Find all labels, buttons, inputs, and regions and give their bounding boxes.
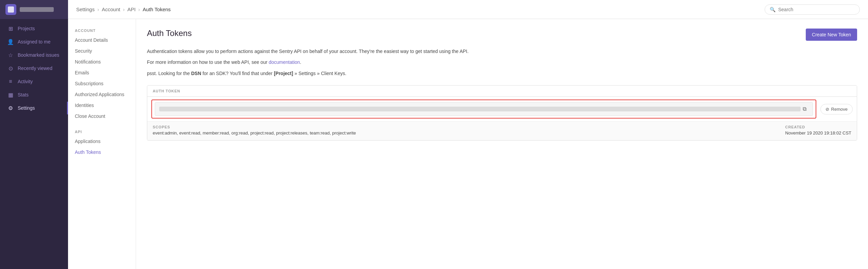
nav-auth-tokens[interactable]: Auth Tokens: [68, 147, 136, 158]
remove-label: Remove: [831, 107, 848, 112]
stats-icon: ▦: [7, 92, 14, 98]
description-1: Authentication tokens allow you to perfo…: [147, 48, 857, 55]
sidebar-item-label: Assigned to me: [18, 39, 51, 44]
documentation-link[interactable]: documentation: [269, 59, 300, 65]
nav-account-details[interactable]: Account Details: [68, 35, 136, 46]
settings-nav: ACCOUNT Account Details Security Notific…: [68, 19, 136, 269]
dsn-text: DSN: [191, 71, 201, 76]
token-row: ⧉: [151, 100, 816, 119]
nav-notifications[interactable]: Notifications: [68, 56, 136, 67]
user-icon: 👤: [7, 39, 14, 45]
created-col: CREATED November 19 2020 19:18:02 CST: [785, 125, 851, 136]
token-value-container: ⧉: [155, 102, 813, 116]
scopes-col: SCOPES event:admin, event:read, member:r…: [153, 125, 356, 136]
breadcrumb-sep-3: ›: [138, 6, 140, 12]
breadcrumb-current: Auth Tokens: [143, 6, 171, 12]
content-area: ACCOUNT Account Details Security Notific…: [68, 19, 868, 269]
desc3-prefix: psst. Looking for the: [147, 71, 191, 76]
created-value: November 19 2020 19:18:02 CST: [785, 130, 851, 136]
token-meta: SCOPES event:admin, event:read, member:r…: [147, 121, 857, 140]
sidebar-item-stats[interactable]: ▦ Stats: [2, 88, 66, 101]
nav-close-account[interactable]: Close Account: [68, 111, 136, 122]
search-input[interactable]: [778, 7, 855, 12]
breadcrumb-sep-2: ›: [123, 6, 124, 12]
project-text: [Project]: [274, 71, 293, 76]
settings-icon: ⚙: [7, 105, 14, 111]
breadcrumb-api[interactable]: API: [127, 6, 135, 12]
sidebar-item-bookmarked[interactable]: ☆ Bookmarked issues: [2, 49, 66, 61]
sidebar-nav: ⊞ Projects 👤 Assigned to me ☆ Bookmarked…: [0, 19, 68, 269]
topbar: Settings › Account › API › Auth Tokens 🔍: [68, 0, 868, 19]
sidebar-item-label: Recently viewed: [18, 66, 52, 71]
nav-authorized-apps[interactable]: Authorized Applications: [68, 89, 136, 100]
description-3: psst. Looking for the DSN for an SDK? Yo…: [147, 70, 857, 77]
desc2-prefix: For more information on how to use the w…: [147, 59, 269, 65]
org-name: [20, 7, 54, 12]
sidebar-logo: [0, 0, 68, 19]
nav-security[interactable]: Security: [68, 46, 136, 56]
account-section-title: ACCOUNT: [68, 26, 136, 35]
page-content: Auth Tokens Create New Token Authenticat…: [136, 19, 868, 269]
auth-token-header: AUTH TOKEN: [147, 86, 857, 97]
breadcrumb-account[interactable]: Account: [102, 6, 120, 12]
sidebar-item-assigned[interactable]: 👤 Assigned to me: [2, 35, 66, 48]
nav-applications[interactable]: Applications: [68, 136, 136, 147]
scopes-label: SCOPES: [153, 125, 356, 129]
create-new-token-button[interactable]: Create New Token: [806, 29, 857, 41]
activity-icon: ≡: [7, 78, 14, 85]
sidebar-item-projects[interactable]: ⊞ Projects: [2, 22, 66, 35]
remove-token-button[interactable]: ⊘ Remove: [820, 104, 853, 114]
sidebar-item-label: Settings: [18, 105, 35, 111]
sidebar: ⊞ Projects 👤 Assigned to me ☆ Bookmarked…: [0, 0, 68, 269]
sidebar-item-label: Bookmarked issues: [18, 52, 59, 58]
page-title: Auth Tokens: [147, 29, 192, 38]
logo-icon: [5, 4, 16, 15]
search-box[interactable]: 🔍: [765, 4, 860, 15]
sidebar-item-label: Activity: [18, 79, 33, 84]
main: Settings › Account › API › Auth Tokens 🔍…: [68, 0, 868, 269]
token-redacted-value: [159, 107, 801, 111]
token-row-container: ⧉ ⊘ Remove: [147, 97, 857, 121]
search-icon: 🔍: [770, 7, 775, 12]
desc3-suffix: » Settings » Client Keys.: [293, 71, 346, 76]
page-header: Auth Tokens Create New Token: [147, 29, 857, 41]
remove-icon: ⊘: [825, 107, 829, 112]
nav-emails[interactable]: Emails: [68, 67, 136, 78]
breadcrumb-sep-1: ›: [97, 6, 99, 12]
desc3-middle: for an SDK? You'll find that under: [201, 71, 274, 76]
clock-icon: ⊙: [7, 65, 14, 71]
nav-subscriptions[interactable]: Subscriptions: [68, 78, 136, 89]
sidebar-item-settings[interactable]: ⚙ Settings: [2, 102, 66, 114]
sidebar-item-recently-viewed[interactable]: ⊙ Recently viewed: [2, 62, 66, 75]
breadcrumb: Settings › Account › API › Auth Tokens: [76, 6, 171, 12]
breadcrumb-settings[interactable]: Settings: [76, 6, 95, 12]
created-label: CREATED: [785, 125, 851, 129]
description-2: For more information on how to use the w…: [147, 58, 857, 66]
copy-icon: ⧉: [803, 106, 806, 112]
projects-icon: ⊞: [7, 25, 14, 32]
bookmark-icon: ☆: [7, 52, 14, 58]
sidebar-item-label: Stats: [18, 92, 29, 97]
desc2-suffix: .: [300, 59, 301, 65]
copy-token-button[interactable]: ⧉: [801, 105, 808, 113]
sidebar-item-label: Projects: [18, 26, 35, 31]
nav-identities[interactable]: Identities: [68, 100, 136, 111]
api-section-title: API: [68, 127, 136, 136]
token-table: AUTH TOKEN ⧉ ⊘ Remove: [147, 85, 857, 141]
scopes-value: event:admin, event:read, member:read, or…: [153, 130, 356, 136]
sidebar-item-activity[interactable]: ≡ Activity: [2, 75, 66, 88]
